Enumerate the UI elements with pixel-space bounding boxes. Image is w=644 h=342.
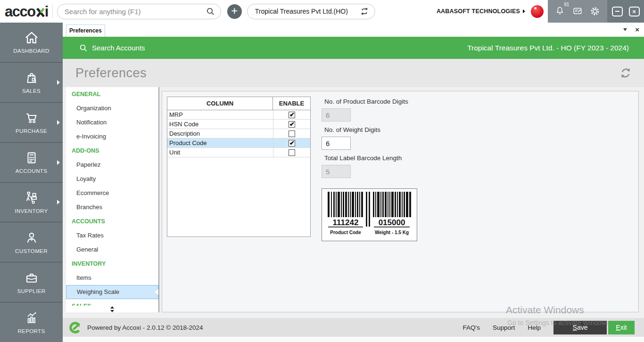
- table-row[interactable]: Product Code: [167, 138, 310, 148]
- scroll-down-icon[interactable]: [110, 310, 114, 312]
- faqs-link[interactable]: FAQ's: [463, 324, 480, 331]
- preferences-nav: GENERAL Organization Notification e-Invo…: [66, 87, 159, 312]
- field-label-weight-digits: No. of Weight Digits: [324, 126, 472, 133]
- chat-icon[interactable]: [572, 6, 583, 16]
- sidebar-label: SALES: [22, 88, 41, 94]
- help-link[interactable]: Help: [528, 324, 541, 331]
- nav-item-tax-rates[interactable]: Tax Rates: [66, 228, 158, 243]
- messages-button[interactable]: [572, 6, 583, 16]
- search-icon[interactable]: [206, 7, 215, 16]
- checkbox[interactable]: [289, 140, 295, 147]
- nav-item-ecommerce[interactable]: Ecommerce: [66, 186, 158, 200]
- tab-list-dropdown-icon[interactable]: [623, 28, 627, 31]
- user-menu-caret-icon[interactable]: [523, 9, 525, 13]
- checkbox[interactable]: [289, 130, 295, 137]
- sidebar-item-purchase[interactable]: PURCHASE: [0, 103, 63, 143]
- row-label: MRP: [167, 110, 273, 119]
- sidebar-item-inventory[interactable]: INVENTORY: [0, 183, 63, 223]
- bar-chart-icon: [24, 311, 40, 325]
- settings-button[interactable]: [590, 6, 600, 16]
- sidebar-label: ACCOUNTS: [16, 168, 48, 174]
- search-input[interactable]: [65, 8, 206, 16]
- nav-item-organization[interactable]: Organization: [66, 101, 158, 115]
- powered-by-label: Powered by Accoxi - 2.0.12 © 2018-2024: [87, 324, 203, 331]
- search-accounts-button[interactable]: Search Accounts: [79, 44, 145, 52]
- checkbox[interactable]: [289, 121, 295, 128]
- nav-item-loyalty[interactable]: Loyalty: [66, 172, 158, 186]
- briefcase-icon: [24, 271, 40, 285]
- field-label-product-barcode-digits: No. of Product Barcode Digits: [324, 98, 472, 105]
- refresh-icon: [619, 66, 632, 80]
- nav-item-notification[interactable]: Notification: [66, 115, 158, 130]
- refresh-button[interactable]: [619, 66, 632, 80]
- avatar[interactable]: [531, 5, 544, 18]
- nav-item-general[interactable]: General: [66, 243, 158, 257]
- top-bar: acco i + Tropical Treasures Pvt Ltd.(HO)…: [0, 0, 644, 23]
- logo-x-glyph: [35, 6, 45, 17]
- sidebar-item-supplier[interactable]: SUPPLIER: [0, 262, 63, 302]
- nav-item-items[interactable]: Items: [66, 271, 158, 285]
- scroll-up-icon[interactable]: [110, 306, 114, 309]
- nav-item-paperlez[interactable]: Paperlez: [66, 158, 158, 172]
- nav-header-accounts: ACCOUNTS: [66, 214, 158, 228]
- nav-item-e-invoicing[interactable]: e-Invoicing: [66, 130, 158, 144]
- barcode-image: 111242 015000 Product Code Weight - 1.5 …: [327, 192, 412, 238]
- enable-header: ENABLE: [273, 97, 310, 110]
- notifications-button[interactable]: 91: [555, 5, 565, 17]
- sidebar-label: PURCHASE: [16, 128, 47, 134]
- chevron-right-icon: [57, 160, 60, 165]
- add-new-button[interactable]: +: [227, 4, 242, 19]
- notification-badge: 91: [564, 2, 569, 7]
- account-bar: Search Accounts Tropical Treasures Pvt L…: [63, 37, 644, 59]
- sidebar-item-customer[interactable]: CUSTOMER: [0, 222, 63, 262]
- table-row[interactable]: Unit: [167, 148, 310, 157]
- nav-item-weighing-scale[interactable]: Weighing Scale: [66, 285, 158, 299]
- table-row[interactable]: Description: [167, 129, 310, 138]
- save-button[interactable]: Save: [553, 321, 607, 334]
- preferences-nav-list: GENERAL Organization Notification e-Invo…: [66, 87, 158, 306]
- checkbox[interactable]: [289, 112, 295, 118]
- home-icon: [24, 31, 40, 45]
- field-label-total-barcode-length: Total Label Barcode Length: [324, 155, 472, 162]
- sidebar-item-accounts[interactable]: ACCOUNTS: [0, 143, 63, 183]
- cart-icon: [24, 111, 40, 125]
- tab-preferences[interactable]: Preferences: [66, 24, 105, 37]
- footer-bar: Powered by Accoxi - 2.0.12 © 2018-2024 F…: [63, 318, 644, 337]
- switch-company-icon[interactable]: [360, 7, 369, 16]
- logo-text-left: acco: [5, 4, 35, 19]
- window-controls: ×: [607, 0, 644, 23]
- column-header: COLUMN: [167, 97, 273, 110]
- user-menu-label[interactable]: AABASOFT TECHNOLOGIES: [437, 8, 520, 15]
- close-icon: ×: [632, 8, 636, 15]
- row-label: HSN Code: [167, 120, 273, 129]
- gear-icon[interactable]: [590, 6, 600, 16]
- bell-icon[interactable]: [555, 5, 565, 16]
- sidebar-item-dashboard[interactable]: DASHBOARD: [0, 23, 63, 63]
- nav-item-branches[interactable]: Branches: [66, 200, 158, 214]
- global-search[interactable]: [57, 4, 221, 19]
- row-label: Description: [167, 129, 273, 138]
- sidebar-item-sales[interactable]: SALES: [0, 63, 63, 103]
- nav-header-add-ons: ADD-ONS: [66, 144, 158, 158]
- table-row[interactable]: HSN Code: [167, 120, 310, 129]
- chevron-right-icon: [57, 200, 60, 204]
- barcode-weight-label: Weight - 1.5 Kg: [374, 230, 408, 235]
- close-window-button[interactable]: ×: [629, 7, 640, 16]
- exit-button[interactable]: Exit: [608, 321, 635, 334]
- page-title: Preferences: [75, 66, 147, 81]
- row-label: Product Code: [167, 138, 273, 147]
- sidebar-item-reports[interactable]: REPORTS: [0, 302, 63, 342]
- table-row[interactable]: MRP: [167, 110, 310, 120]
- product-barcode-digits-input: [322, 108, 351, 122]
- top-right-cluster: AABASOFT TECHNOLOGIES 91: [437, 0, 644, 23]
- company-selector[interactable]: Tropical Treasures Pvt Ltd.(HO): [247, 4, 375, 19]
- weight-digits-input[interactable]: [322, 137, 351, 150]
- column-enable-table: COLUMN ENABLE MRP HSN Code Description P…: [167, 97, 311, 237]
- sidebar: DASHBOARD SALES PURCHASE ACCOUNTS: [0, 23, 63, 342]
- weighing-scale-panel: COLUMN ENABLE MRP HSN Code Description P…: [162, 91, 639, 312]
- nav-header-sales: SALES: [66, 299, 158, 306]
- minimize-button[interactable]: [612, 7, 623, 16]
- checkbox[interactable]: [289, 149, 295, 156]
- tab-close-icon[interactable]: ×: [635, 26, 639, 33]
- support-link[interactable]: Support: [493, 324, 515, 331]
